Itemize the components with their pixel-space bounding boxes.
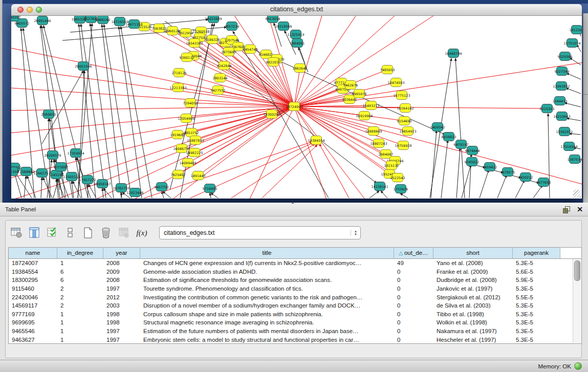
network-node[interactable]: 9457791 [155, 183, 169, 191]
network-node[interactable]: 10164162 [397, 104, 413, 113]
edge[interactable] [211, 193, 218, 198]
network-node[interactable]: 10474593 [387, 78, 404, 87]
table-cell[interactable]: Nakamura et al. (1997) [433, 328, 513, 334]
table-cell[interactable]: 18300295 [9, 277, 57, 283]
network-node[interactable]: 12942757 [33, 169, 50, 178]
table-cell[interactable]: 5.3E-5 [513, 260, 560, 266]
edge[interactable] [294, 105, 371, 106]
network-node[interactable]: 9459422 [483, 163, 497, 171]
edge[interactable] [24, 176, 26, 198]
edge[interactable] [42, 71, 83, 144]
table-cell[interactable]: Jankovic et al. (1997) [433, 286, 513, 292]
table-cell[interactable]: 5.3E-5 [513, 311, 560, 317]
table-cell[interactable]: 0 [394, 328, 433, 334]
network-node[interactable]: 1919682 [170, 130, 185, 139]
edge[interactable] [369, 191, 379, 198]
table-cell[interactable]: 0 [394, 269, 433, 275]
edge[interactable] [231, 144, 315, 198]
table-cell[interactable]: 6 [57, 277, 103, 283]
table-cell[interactable]: 18724007 [9, 260, 57, 266]
network-node[interactable]: 2718126 [172, 69, 187, 77]
network-node[interactable]: 8813054 [266, 16, 280, 23]
table-cell[interactable]: 2 [57, 302, 103, 309]
network-node[interactable]: 1862645 [293, 64, 308, 73]
table-cell[interactable]: 0 [394, 294, 433, 300]
edge[interactable] [567, 118, 581, 121]
table-row[interactable]: 1938455462009Genome-wide association stu… [9, 268, 581, 276]
table-cell[interactable]: Genome-wide association studies in ADHD. [140, 269, 394, 275]
column-header-name[interactable]: name [9, 248, 57, 258]
table-cell[interactable]: 1997 [103, 337, 140, 343]
network-node[interactable]: 1733426 [394, 185, 408, 193]
table-cell[interactable]: 9115460 [9, 286, 57, 292]
float-panel-icon[interactable] [563, 206, 570, 213]
edge[interactable] [564, 103, 581, 107]
edge[interactable] [533, 185, 542, 198]
column-header-in_degree[interactable]: in_degree [57, 248, 103, 258]
table-row[interactable]: 977716911998Corpus callosum shape and si… [9, 310, 581, 319]
edge[interactable] [567, 73, 581, 79]
table-cell[interactable]: 1 [57, 319, 103, 325]
network-node[interactable]: 9329366 [558, 52, 573, 61]
table-cell[interactable]: 1 [57, 328, 103, 334]
network-node[interactable]: 9242844 [217, 61, 232, 70]
network-node[interactable]: 12093832 [553, 82, 570, 91]
edge[interactable] [294, 16, 323, 106]
network-node[interactable]: 10958167 [94, 180, 111, 188]
network-node[interactable]: 2675685 [222, 48, 236, 56]
table-cell[interactable]: Estimation of significance thresholds fo… [140, 277, 394, 283]
edge[interactable] [11, 87, 294, 106]
edge[interactable] [497, 175, 507, 198]
edge[interactable] [103, 188, 112, 198]
edge[interactable] [198, 106, 294, 176]
network-node[interactable]: 2450212 [518, 173, 533, 182]
network-node[interactable]: 11325419 [287, 30, 304, 39]
network-node[interactable]: 12213383 [169, 83, 186, 92]
table-cell[interactable]: Disruption of a novel member of a sodium… [140, 302, 394, 309]
table-cell[interactable]: 9463627 [9, 337, 57, 343]
column-header-title[interactable]: title [140, 248, 394, 258]
table-row[interactable]: 1456911722003Disruption of a novel membe… [9, 301, 581, 310]
table-cell[interactable]: 14569117 [9, 302, 57, 309]
network-node[interactable]: 20206576 [44, 151, 61, 160]
network-node[interactable]: 1812304 [570, 26, 582, 34]
table-cell[interactable]: Yano et al. (2008) [433, 260, 513, 266]
network-node[interactable]: 8912954 [179, 29, 193, 37]
table-cell[interactable]: Tibbo et al. (1998) [433, 311, 513, 317]
table-cell[interactable]: 5.3E-5 [513, 328, 560, 334]
edge[interactable] [566, 88, 581, 94]
network-node[interactable]: 7563822 [152, 24, 167, 33]
network-node[interactable]: 7462676 [343, 81, 358, 90]
edge[interactable] [224, 65, 294, 106]
edge[interactable] [262, 145, 317, 198]
canvas-resize-grip[interactable] [573, 190, 581, 198]
edge[interactable] [456, 148, 460, 198]
network-node[interactable]: 13505135 [63, 172, 80, 181]
table-cell[interactable]: 1998 [103, 319, 140, 325]
table-cell[interactable]: Tourette syndrome. Phenomenology and cla… [140, 286, 394, 292]
network-node[interactable]: 20691406 [34, 16, 51, 25]
table-cell[interactable]: 1 [57, 337, 103, 343]
network-node[interactable]: 9245022 [465, 158, 480, 166]
network-node[interactable]: 15493217 [362, 101, 379, 110]
table-cell[interactable]: 0 [394, 302, 433, 309]
table-cell[interactable]: 5.3E-5 [513, 337, 560, 343]
table-cell[interactable]: de Silva et al. (2003) [433, 302, 513, 309]
edge[interactable] [163, 191, 171, 198]
edge[interactable] [11, 67, 294, 106]
edge[interactable] [294, 68, 300, 106]
edge[interactable] [102, 25, 121, 198]
create-column-button[interactable] [81, 226, 95, 239]
table-row[interactable]: 946554611997Estimation of the future num… [9, 327, 581, 336]
edge[interactable] [144, 142, 312, 198]
table-cell[interactable]: 0 [394, 277, 433, 283]
edge[interactable] [102, 188, 103, 198]
table-cell[interactable]: 2009 [103, 269, 140, 275]
network-node[interactable]: 10688609 [365, 127, 382, 136]
network-node[interactable]: 9375887 [54, 163, 69, 171]
network-node[interactable]: 19654923 [399, 127, 416, 136]
network-node[interactable]: 8960128 [165, 27, 180, 35]
network-node[interactable]: 20053346 [75, 62, 92, 71]
table-cell[interactable]: Estimation of the future numbers of pati… [140, 328, 394, 334]
network-node[interactable]: 9390112 [180, 53, 194, 62]
